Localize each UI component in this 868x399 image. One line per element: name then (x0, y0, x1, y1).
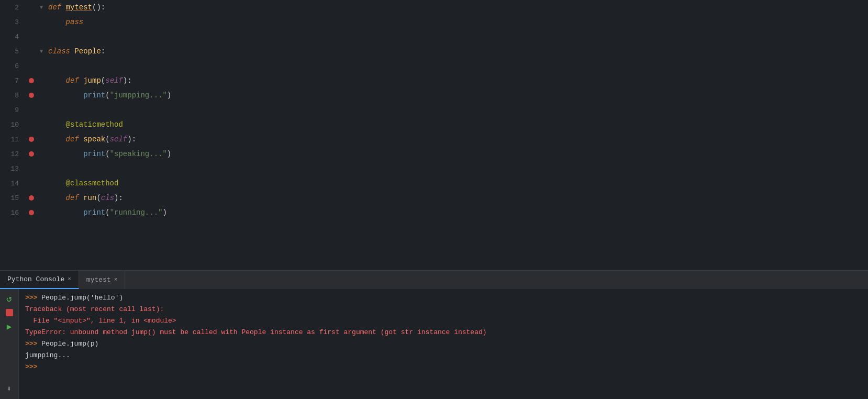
breakpoint-dot (29, 78, 34, 83)
breakpoint-gutter[interactable] (26, 93, 37, 98)
console-prompt: >>> (25, 340, 37, 348)
code-line: 14 @classmethod (0, 176, 868, 191)
code-content: def run(cls): (46, 191, 868, 205)
scroll-down-button[interactable]: ⬇ (3, 382, 16, 395)
console-line: Traceback (most recent call last): (25, 304, 862, 315)
breakpoint-gutter[interactable] (26, 195, 37, 201)
code-line: 2▼def mytest(): (0, 0, 868, 15)
code-content: def speak(self): (46, 132, 868, 147)
breakpoint-dot (29, 151, 34, 157)
line-number: 9 (0, 106, 26, 114)
tab-label: Python Console (7, 275, 64, 283)
code-line: 5▼class People: (0, 44, 868, 59)
console-line: jumpping... (25, 350, 862, 361)
code-content: @staticmethod (46, 117, 868, 132)
code-content: def jump(self): (46, 73, 868, 88)
line-number: 7 (0, 77, 26, 85)
code-line: 11 def speak(self): (0, 132, 868, 147)
rerun-button[interactable]: ↺ (3, 292, 16, 305)
code-line: 10 @staticmethod (0, 117, 868, 132)
code-content: print("speaking...") (46, 147, 868, 161)
console-panel: ↺ ▶ ⬇ >>> People.jump('hello')Traceback … (0, 289, 868, 399)
code-line: 6 (0, 59, 868, 73)
tab-close-button[interactable]: × (68, 276, 71, 282)
line-number: 13 (0, 165, 26, 173)
console-tab-mytest[interactable]: mytest× (79, 271, 125, 289)
console-line: File "<input>", line 1, in <module> (25, 315, 862, 327)
code-line: 7 def jump(self): (0, 73, 868, 88)
breakpoint-gutter[interactable] (26, 78, 37, 83)
line-number: 5 (0, 48, 26, 56)
breakpoint-dot (29, 137, 34, 142)
breakpoint-gutter[interactable] (26, 151, 37, 157)
console-command: People.jump('hello') (37, 294, 123, 302)
code-line: 15 def run(cls): (0, 191, 868, 205)
code-line: 8 print("jumpping...") (0, 88, 868, 103)
breakpoint-dot (29, 195, 34, 201)
stop-button[interactable] (6, 309, 13, 316)
line-number: 6 (0, 62, 26, 70)
code-content: @classmethod (46, 176, 868, 191)
console-output: >>> People.jump('hello')Traceback (most … (19, 289, 868, 399)
breakpoint-gutter[interactable] (26, 210, 37, 215)
line-number: 8 (0, 92, 26, 99)
fold-arrow[interactable]: ▼ (37, 5, 46, 10)
run-button[interactable]: ▶ (3, 320, 16, 333)
console-line: >>> People.jump('hello') (25, 292, 862, 304)
code-content: print("running...") (46, 205, 868, 220)
code-content: class People: (46, 44, 868, 59)
code-line: 9 (0, 103, 868, 117)
code-content: pass (46, 15, 868, 29)
code-line: 12 print("speaking...") (0, 147, 868, 161)
breakpoint-gutter[interactable] (26, 137, 37, 142)
tab-label: mytest (86, 276, 111, 284)
console-tabbar: Python Console×mytest× (0, 270, 868, 289)
code-line: 3 pass (0, 15, 868, 29)
code-content: print("jumpping...") (46, 88, 868, 103)
console-prompt: >>> (25, 363, 37, 371)
line-number: 4 (0, 33, 26, 41)
code-line: 4 (0, 29, 868, 44)
editor-area: 2▼def mytest():3 pass45▼class People:67 … (0, 0, 868, 270)
console-line: TypeError: unbound method jump() must be… (25, 327, 862, 338)
line-number: 11 (0, 136, 26, 143)
console-line: >>> People.jump(p) (25, 338, 862, 350)
code-line: 16 print("running...") (0, 205, 868, 220)
fold-arrow[interactable]: ▼ (37, 49, 46, 54)
breakpoint-dot (29, 93, 34, 98)
tab-close-button[interactable]: × (114, 277, 118, 283)
line-number: 14 (0, 180, 26, 187)
console-tab-python-console[interactable]: Python Console× (0, 271, 79, 289)
code-content: def mytest(): (46, 0, 868, 15)
console-line: >>> (25, 361, 862, 373)
line-number: 10 (0, 121, 26, 129)
line-number: 12 (0, 150, 26, 158)
line-number: 3 (0, 18, 26, 26)
line-number: 16 (0, 209, 26, 217)
console-sidebar: ↺ ▶ ⬇ (0, 289, 19, 399)
line-number: 15 (0, 194, 26, 202)
code-lines: 2▼def mytest():3 pass45▼class People:67 … (0, 0, 868, 270)
breakpoint-dot (29, 210, 34, 215)
line-number: 2 (0, 4, 26, 12)
console-prompt: >>> (25, 294, 37, 302)
code-line: 13 (0, 161, 868, 176)
console-command: People.jump(p) (37, 340, 98, 348)
